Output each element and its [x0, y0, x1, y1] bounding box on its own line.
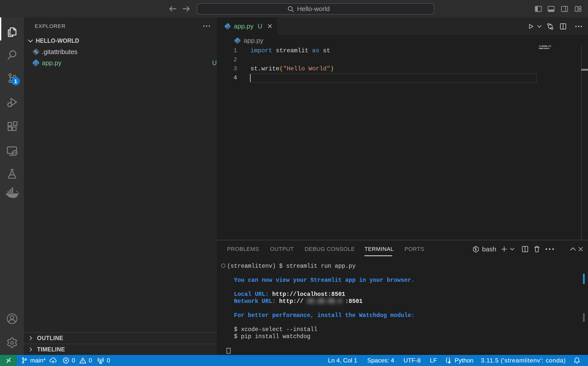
svg-text:1: 1 — [14, 78, 17, 84]
